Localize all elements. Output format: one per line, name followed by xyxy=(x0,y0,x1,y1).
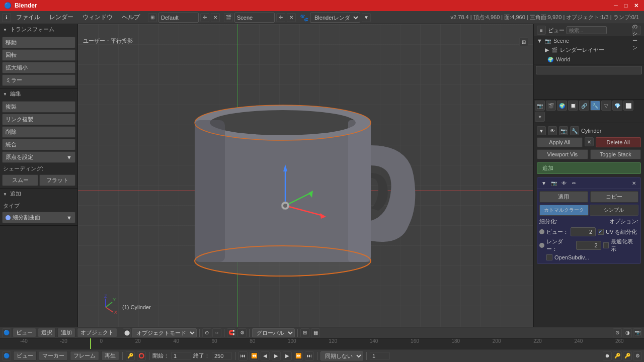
timeline-key2-icon[interactable]: 🔑 xyxy=(623,351,632,360)
uv-subdivide-checkbox[interactable] xyxy=(598,229,604,235)
prop-tab-world[interactable]: 🌍 xyxy=(557,101,567,111)
modifier-expand-icon[interactable]: ▼ xyxy=(537,126,546,135)
outliner-all-icon[interactable]: 全てのシーン xyxy=(632,26,641,35)
apply-all-button[interactable]: Apply All xyxy=(537,137,583,147)
render-settings-icon[interactable]: ▼ xyxy=(362,13,371,22)
viewport-expand-button[interactable]: ⊞ xyxy=(519,37,528,46)
outliner-item-renderlayer[interactable]: ▶ 🎬 レンダーレイヤー xyxy=(534,45,644,55)
bottom-engine-icon[interactable]: 🔵 xyxy=(2,328,11,337)
start-frame-input[interactable] xyxy=(171,352,191,360)
current-frame-input[interactable] xyxy=(370,352,390,360)
edit-header[interactable]: 編集 xyxy=(0,88,77,99)
titlebar-controls[interactable]: ─ □ ✕ xyxy=(612,2,640,10)
timeline-play-button[interactable]: 再生 xyxy=(101,351,119,360)
prop-tab-particles[interactable]: ✦ xyxy=(535,112,545,122)
viewport-shade-icon[interactable]: ◑ xyxy=(623,328,632,337)
view-button[interactable]: ビュー xyxy=(13,328,36,337)
snap-icon[interactable]: 🧲 xyxy=(227,328,236,337)
view-value-input[interactable] xyxy=(571,227,596,236)
mod-edit-icon[interactable]: ✏ xyxy=(570,178,579,188)
prop-tab-material[interactable]: 💎 xyxy=(612,101,622,111)
optimal-display-checkbox[interactable] xyxy=(603,242,609,248)
mod-x-icon[interactable]: ✕ xyxy=(629,178,638,188)
snap-settings-icon[interactable]: ⚙ xyxy=(237,328,247,337)
viewport-render-icon[interactable]: 📷 xyxy=(633,328,642,337)
jump-start-icon[interactable]: ⏮ xyxy=(238,351,248,360)
mode-icon[interactable]: ⬤ xyxy=(123,328,131,337)
add-button[interactable]: 追加 xyxy=(57,328,75,337)
scene-add-icon[interactable]: ✛ xyxy=(276,13,285,22)
prop-tab-constraints[interactable]: 🔗 xyxy=(579,101,589,111)
grid-2-icon[interactable]: ▦ xyxy=(311,328,320,337)
mod-render-icon[interactable]: 📷 xyxy=(549,178,558,188)
catmull-clark-tab[interactable]: カトマルクラーク xyxy=(539,205,589,216)
scene-close-icon[interactable]: ✕ xyxy=(287,13,296,22)
menu-render[interactable]: レンダー xyxy=(45,12,77,23)
transform-orientation-select[interactable]: グローバル xyxy=(252,328,295,337)
delete-button[interactable]: 削除 xyxy=(2,126,75,138)
transform-header[interactable]: トランスフォーム xyxy=(0,24,77,35)
type-dropdown[interactable]: 細分割曲面 ▼ xyxy=(2,212,75,223)
keyframe-icon[interactable]: 🔑 xyxy=(126,351,135,360)
end-frame-input[interactable] xyxy=(212,352,232,360)
menu-file[interactable]: ファイル xyxy=(12,12,44,23)
modifier-view-icon[interactable]: 👁 xyxy=(548,126,557,135)
timeline-frame-button[interactable]: フレーム xyxy=(70,351,99,360)
add-header[interactable]: 追加 xyxy=(0,189,77,199)
menu-help[interactable]: ヘルプ xyxy=(118,12,144,23)
outliner-search-input[interactable] xyxy=(567,26,607,34)
outliner-view-icon[interactable]: ≡ xyxy=(537,26,546,35)
apply-button[interactable]: 適用 xyxy=(539,191,588,203)
simple-tab[interactable]: シンプル xyxy=(590,205,639,216)
modifier-render-icon[interactable]: 📷 xyxy=(559,126,568,135)
flat-button[interactable]: フラット xyxy=(39,174,75,186)
timeline-record-icon[interactable]: ⏺ xyxy=(603,351,612,360)
layout-close-icon[interactable]: ✕ xyxy=(211,13,220,22)
scale-button[interactable]: 拡大縮小 xyxy=(2,62,75,73)
delete-all-button[interactable]: Delete All xyxy=(596,137,641,147)
prop-tab-object[interactable]: 🔲 xyxy=(568,101,578,111)
move-button[interactable]: 移動 xyxy=(2,37,75,48)
minimize-button[interactable]: ─ xyxy=(612,2,620,10)
set-origin-dropdown[interactable]: 原点を設定 ▼ xyxy=(2,151,75,163)
layout-input[interactable] xyxy=(158,13,199,23)
render-engine-select[interactable]: Blenderレンダー xyxy=(310,13,360,23)
auto-key-icon[interactable]: ⭕ xyxy=(137,351,146,360)
select-button[interactable]: 選択 xyxy=(38,328,56,337)
mod-collapse-icon[interactable]: ▼ xyxy=(539,178,548,188)
apply-close-icon[interactable]: ✕ xyxy=(585,137,594,146)
timeline-view-button[interactable]: ビュー xyxy=(13,351,37,360)
expand-icon[interactable]: ⊞ xyxy=(519,37,528,46)
prop-tab-texture[interactable]: ⬜ xyxy=(623,101,633,111)
manipulator-icon[interactable]: ↔ xyxy=(212,328,221,337)
layout-add-icon[interactable]: ✛ xyxy=(200,13,209,22)
join-button[interactable]: 統合 xyxy=(2,139,75,150)
mirror-button[interactable]: ミラー xyxy=(2,74,75,86)
link-duplicate-button[interactable]: リンク複製 xyxy=(2,114,75,125)
render-value-input[interactable] xyxy=(576,241,601,250)
object-button[interactable]: オブジェクト xyxy=(77,328,117,337)
rotate-button[interactable]: 回転 xyxy=(2,49,75,61)
prop-tab-modifier[interactable]: 🔧 xyxy=(590,101,600,111)
object-mode-select[interactable]: オブジェクトモード xyxy=(132,328,197,337)
toggle-stack-button[interactable]: Toggle Stack xyxy=(590,149,641,159)
grid-icon[interactable]: ⊞ xyxy=(300,328,309,337)
layout-grid-icon[interactable]: ⊞ xyxy=(148,13,157,22)
next-keyframe-icon[interactable]: ▶ xyxy=(283,351,292,360)
copy-button[interactable]: コピー xyxy=(590,191,639,203)
scene-icon[interactable]: 🎬 xyxy=(224,13,233,22)
next-frame-icon[interactable]: ⏩ xyxy=(294,351,303,360)
timeline-marker-button[interactable]: マーカー xyxy=(39,351,68,360)
prop-tab-scene[interactable]: 🎬 xyxy=(546,101,556,111)
proportional-edit-icon[interactable]: ⊙ xyxy=(613,328,622,337)
prev-keyframe-icon[interactable]: ◀ xyxy=(261,351,270,360)
mod-eye-icon[interactable]: 👁 xyxy=(559,178,569,188)
scene-input[interactable] xyxy=(234,13,275,23)
add-modifier-button[interactable]: 追加 xyxy=(537,162,641,174)
timeline-engine-icon[interactable]: 🔵 xyxy=(2,351,11,360)
timeline-settings-icon[interactable]: ⚙ xyxy=(633,351,642,360)
prop-tab-data[interactable]: ▽ xyxy=(601,101,611,111)
prev-frame-icon[interactable]: ⏪ xyxy=(250,351,259,360)
info-icon[interactable]: ℹ xyxy=(2,13,11,22)
outliner-filter-input[interactable] xyxy=(536,66,642,74)
